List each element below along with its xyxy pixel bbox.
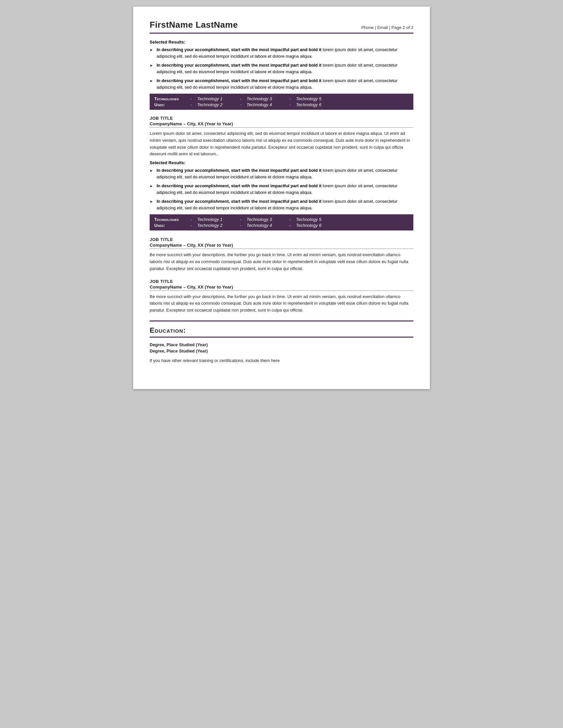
education-note: If you have other relevant training or c… (150, 358, 413, 363)
list-item: ► In describing your accomplishment, sta… (150, 46, 413, 59)
education-note-prefix: If you have other (150, 358, 183, 363)
tech-dash3: - (289, 217, 296, 222)
tech-dash: - (191, 102, 197, 107)
tech-val-3: Technology 3 (247, 96, 289, 101)
tech-table-2: Technologies - Technology 1 - Technology… (150, 214, 413, 230)
page-header: FirstName LastName Phone | Email | Page … (150, 20, 413, 34)
tech-dash: - (191, 223, 197, 228)
tech-val-5: Technology 5 (296, 217, 339, 222)
education-note-suffix: training or certifications, include them… (198, 358, 280, 363)
job-title-label-3: JOB TITLE (150, 279, 413, 284)
tech-label-2: Used: (154, 102, 191, 107)
job-company-line-1: CompanyName – City, XX (Year to Year) (150, 121, 413, 128)
bullet-arrow-icon: ► (150, 199, 153, 204)
list-item: ► In describing your accomplishment, sta… (150, 198, 413, 211)
job-section-1: JOB TITLE CompanyName – City, XX (Year t… (150, 116, 413, 230)
tech-val-4: Technology 4 (247, 102, 289, 107)
tech-dash2: - (240, 217, 247, 222)
bullet-arrow-icon: ► (150, 63, 153, 68)
list-item: ► In describing your accomplishment, sta… (150, 77, 413, 90)
degree-line-1: Degree, Place Studied (Year) (150, 342, 413, 347)
bullet-arrow-icon: ► (150, 183, 153, 189)
tech-dash3: - (289, 223, 296, 228)
tech-dash3: - (289, 102, 296, 107)
tech-val-1: Technology 1 (197, 96, 240, 101)
tech-label-1: Technologies (154, 96, 191, 101)
tech-row-2: Used: - Technology 2 - Technology 4 - Te… (154, 102, 409, 107)
degree-line-2: Degree, Place Studied (Year) (150, 349, 413, 353)
tech-label-1: Technologies (154, 217, 191, 222)
bullet-list-2: ► In describing your accomplishment, sta… (150, 167, 413, 211)
tech-val-1: Technology 1 (197, 217, 240, 222)
job-section-3: JOB TITLE CompanyName – City, XX (Year t… (150, 279, 413, 314)
bullet-arrow-icon: ► (150, 78, 153, 84)
tech-dash: - (191, 217, 197, 222)
bullet-text: In describing your accomplishment, start… (157, 183, 413, 196)
education-title: Education: (150, 326, 413, 335)
bullet-text: In describing your accomplishment, start… (157, 46, 413, 59)
tech-dash3: - (289, 96, 296, 101)
tech-dash2: - (240, 96, 247, 101)
contact-info: Phone | Email | Page 2 of 2 (361, 25, 413, 30)
tech-row-1: Technologies - Technology 1 - Technology… (154, 217, 409, 222)
bullet-list-1: ► In describing your accomplishment, sta… (150, 46, 413, 90)
job-title-label-1: JOB TITLE (150, 116, 413, 121)
bullet-text: In describing your accomplishment, start… (157, 77, 413, 90)
tech-table-1: Technologies - Technology 1 - Technology… (150, 94, 413, 110)
tech-dash2: - (240, 102, 247, 107)
bullet-bold: In describing your accomplishment, start… (157, 168, 322, 173)
name-heading: FirstName LastName (150, 20, 238, 30)
job-section-2: JOB TITLE CompanyName – City, XX (Year t… (150, 237, 413, 272)
section1-selected-results: Selected Results: ► In describing your a… (150, 40, 413, 110)
tech-val-6: Technology 6 (296, 223, 339, 228)
job-description-2: Be more succinct with your descriptions,… (150, 252, 413, 272)
tech-dash: - (191, 96, 197, 101)
bullet-bold: In describing your accomplishment, start… (157, 199, 322, 204)
first-last-name: FirstName LastName (150, 20, 238, 30)
education-note-italic: relevant (183, 358, 198, 363)
job-company-line-3: CompanyName – City, XX (Year to Year) (150, 285, 413, 291)
bullet-text: In describing your accomplishment, start… (157, 167, 413, 180)
bullet-bold: In describing your accomplishment, start… (157, 47, 322, 52)
tech-val-2: Technology 2 (197, 102, 240, 107)
tech-val-2: Technology 2 (197, 223, 240, 228)
job-title-label-2: JOB TITLE (150, 237, 413, 242)
tech-label-2: Used: (154, 223, 191, 228)
job-description-3: Be more succinct with your descriptions,… (150, 293, 413, 314)
tech-dash2: - (240, 223, 247, 228)
education-section: Education: Degree, Place Studied (Year) … (150, 320, 413, 363)
tech-val-3: Technology 3 (247, 217, 289, 222)
tech-val-5: Technology 5 (296, 96, 339, 101)
list-item: ► In describing your accomplishment, sta… (150, 167, 413, 180)
selected-results-label-2: Selected Results: (150, 160, 413, 165)
selected-results-label-1: Selected Results: (150, 40, 413, 45)
bullet-bold: In describing your accomplishment, start… (157, 183, 322, 188)
education-header: Education: (150, 326, 413, 338)
bullet-text: In describing your accomplishment, start… (157, 198, 413, 211)
list-item: ► In describing your accomplishment, sta… (150, 62, 413, 75)
bullet-bold: In describing your accomplishment, start… (157, 78, 322, 83)
bullet-arrow-icon: ► (150, 168, 153, 173)
bullet-text: In describing your accomplishment, start… (157, 62, 413, 75)
tech-row-1: Technologies - Technology 1 - Technology… (154, 96, 409, 101)
tech-val-6: Technology 6 (296, 102, 339, 107)
bullet-bold: In describing your accomplishment, start… (157, 63, 322, 68)
tech-row-2: Used: - Technology 2 - Technology 4 - Te… (154, 223, 409, 228)
tech-val-4: Technology 4 (247, 223, 289, 228)
bullet-arrow-icon: ► (150, 47, 153, 53)
job-company-line-2: CompanyName – City, XX (Year to Year) (150, 243, 413, 249)
job-description-1: Lorem ipsum dolor sit amet, consectetur … (150, 130, 413, 158)
list-item: ► In describing your accomplishment, sta… (150, 183, 413, 196)
resume-page: FirstName LastName Phone | Email | Page … (133, 7, 430, 389)
